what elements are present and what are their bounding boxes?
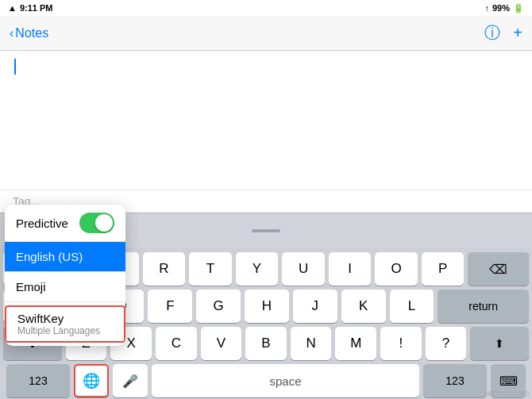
key-P[interactable]: P xyxy=(422,252,465,286)
key-G[interactable]: G xyxy=(196,290,241,323)
shift-key-right[interactable]: ⬆ xyxy=(470,327,529,360)
key-U[interactable]: U xyxy=(282,252,325,286)
key-C[interactable]: C xyxy=(156,327,197,360)
swiftkey-sub: Multiple Languages xyxy=(17,325,113,336)
battery-icon: 🔋 xyxy=(513,3,524,13)
key-I[interactable]: I xyxy=(329,252,372,286)
back-button[interactable]: ‹ Notes xyxy=(10,26,48,40)
number-key-right[interactable]: 123 xyxy=(423,364,487,397)
number-key[interactable]: 123 xyxy=(6,364,70,397)
status-left: ▲ 9:11 PM xyxy=(8,3,52,13)
key-question[interactable]: ? xyxy=(426,327,467,360)
back-chevron-icon: ‹ xyxy=(10,26,13,40)
space-key[interactable]: space xyxy=(152,364,419,397)
keyboard-wrapper: Q W E R T Y U I O P ⌫ A S D F G H J K L … xyxy=(0,213,532,399)
back-label: Notes xyxy=(15,26,48,40)
text-cursor xyxy=(14,59,16,75)
info-button[interactable]: ⓘ xyxy=(484,22,500,44)
time: 9:11 PM xyxy=(20,3,53,13)
notes-area[interactable] xyxy=(0,51,532,190)
mic-key[interactable]: 🎤 xyxy=(113,364,148,397)
key-H[interactable]: H xyxy=(245,290,289,323)
dropdown-item-english[interactable]: English (US) xyxy=(5,242,125,272)
dropdown-menu: Predictive English (US) Emoji SwiftKey M… xyxy=(5,205,125,346)
toggle-knob xyxy=(95,214,113,232)
nav-right-buttons: ⓘ + xyxy=(484,22,522,44)
delete-icon: ⌫ xyxy=(489,262,507,277)
delete-key[interactable]: ⌫ xyxy=(468,252,529,286)
location-icon: ↑ xyxy=(484,3,489,13)
key-L[interactable]: L xyxy=(390,290,434,323)
globe-key[interactable]: 🌐 xyxy=(74,364,109,397)
swiftkey-name: SwiftKey xyxy=(17,312,113,325)
predictive-toggle[interactable] xyxy=(79,213,114,233)
dropdown-item-swiftkey[interactable]: SwiftKey Multiple Languages xyxy=(5,305,125,343)
status-bar: ▲ 9:11 PM ↑ 99% 🔋 xyxy=(0,0,532,16)
nav-bar: ‹ Notes ⓘ + xyxy=(0,16,532,51)
key-B[interactable]: B xyxy=(245,327,287,360)
key-R[interactable]: R xyxy=(143,252,186,286)
key-J[interactable]: J xyxy=(293,290,337,323)
key-F[interactable]: F xyxy=(148,290,192,323)
wifi-icon: ▲ xyxy=(8,3,17,13)
predictive-handle xyxy=(252,229,280,232)
predictive-label: Predictive xyxy=(16,217,68,230)
key-Y[interactable]: Y xyxy=(236,252,279,286)
key-O[interactable]: O xyxy=(375,252,418,286)
key-T[interactable]: T xyxy=(189,252,232,286)
key-N[interactable]: N xyxy=(291,327,332,360)
bottom-row: 123 🌐 🎤 space 123 ⌨ xyxy=(3,364,529,397)
add-button[interactable]: + xyxy=(513,24,522,42)
return-key[interactable]: return xyxy=(438,290,529,323)
key-V[interactable]: V xyxy=(201,327,242,360)
watermark: wsxkan.com xyxy=(485,389,529,397)
battery-label: 99% xyxy=(492,3,510,13)
predictive-toggle-row: Predictive xyxy=(5,205,125,242)
key-K[interactable]: K xyxy=(341,290,386,323)
dropdown-item-emoji[interactable]: Emoji xyxy=(5,272,125,302)
key-M[interactable]: M xyxy=(335,327,376,360)
key-exclaim[interactable]: ! xyxy=(380,327,422,360)
status-right: ↑ 99% 🔋 xyxy=(484,3,524,13)
